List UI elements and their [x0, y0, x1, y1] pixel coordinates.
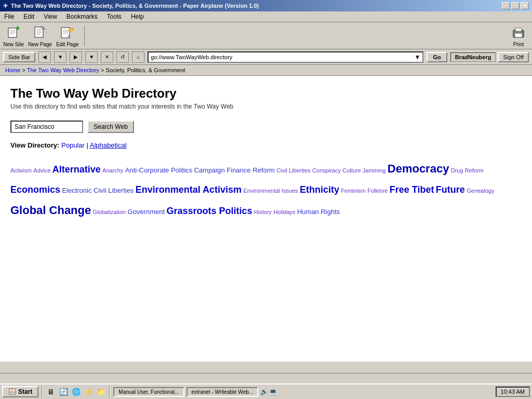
menu-view[interactable]: View — [42, 12, 59, 21]
sidebar-button[interactable]: Side Bar — [3, 52, 35, 62]
nav-bar: Side Bar ◀ ▼ ▶ ▼ ✕ ↺ ⌂ ▼ Go BradNeuberg … — [0, 49, 532, 65]
new-site-label: New Site — [3, 42, 24, 47]
username-display: BradNeuberg — [450, 52, 496, 62]
edit-page-button[interactable]: Edit Page — [56, 24, 78, 47]
breadcrumb-sep2: > — [101, 67, 105, 73]
tag-alternative[interactable]: Alternative — [52, 164, 101, 175]
tag-electronic-civil-liberties[interactable]: Electronic Civil Liberties — [62, 187, 134, 194]
main-content: The Two Way Web Directory Use this direc… — [0, 76, 532, 362]
view-directory: View Directory: Popular | Alphabetical — [10, 141, 522, 149]
close-button[interactable]: ✕ — [521, 2, 529, 9]
breadcrumb-sep1: > — [22, 67, 26, 73]
svg-point-21 — [522, 31, 523, 33]
view-popular-link[interactable]: Popular — [61, 141, 85, 149]
svg-rect-19 — [515, 33, 522, 37]
new-site-icon — [5, 24, 22, 41]
maximize-button[interactable]: □ — [511, 2, 520, 9]
edit-page-icon — [59, 24, 76, 41]
tag-advice[interactable]: Advice — [33, 167, 50, 174]
page-title: The Two Way Web Directory — [10, 86, 522, 101]
page-subtitle: Use this directory to find web sites tha… — [10, 103, 522, 110]
print-icon — [510, 24, 527, 41]
signoff-button[interactable]: Sign Off — [498, 52, 529, 62]
breadcrumb-current: Society, Politics, & Government — [105, 67, 185, 73]
breadcrumb-bar: Home > The Two Way Web Directory > Socie… — [0, 65, 532, 76]
tag-anti-corporate-politics[interactable]: Anti-Corporate Politics — [125, 166, 192, 174]
svg-rect-20 — [515, 28, 522, 31]
back-button[interactable]: ◀ — [38, 51, 51, 63]
stop-button[interactable]: ✕ — [101, 51, 113, 63]
tag-culture-jamming[interactable]: Culture Jamming — [342, 167, 385, 174]
window-title: The Two Way Web Directory - Society, Pol… — [11, 3, 259, 9]
app-icon: ✈ — [3, 3, 8, 9]
menu-edit[interactable]: Edit — [21, 12, 36, 21]
new-page-button[interactable]: New Page — [28, 24, 52, 47]
breadcrumb-home[interactable]: Home — [5, 67, 20, 73]
tag-future[interactable]: Future — [436, 184, 465, 195]
tag-free-tibet[interactable]: Free Tibet — [390, 184, 434, 195]
tag-genealogy[interactable]: Genealogy — [467, 188, 494, 194]
toolbar: New Site New Page Edit P — [0, 22, 532, 49]
title-bar-buttons: ─ □ ✕ — [502, 2, 529, 9]
svg-marker-11 — [42, 26, 45, 29]
print-button[interactable]: Print — [508, 24, 529, 47]
view-directory-label: View Directory: — [10, 141, 59, 149]
forward-dropdown[interactable]: ▼ — [85, 51, 98, 63]
edit-page-label: Edit Page — [56, 42, 78, 47]
tag-global-change[interactable]: Global Change — [10, 204, 91, 217]
tag-civil-liberties[interactable]: Civil Liberties — [276, 167, 310, 174]
svg-rect-0 — [8, 28, 17, 37]
tag-environmental-issues[interactable]: Environmental Issues — [243, 188, 298, 194]
menu-file[interactable]: File — [2, 12, 16, 21]
menu-help[interactable]: Help — [129, 12, 146, 21]
tag-holidays[interactable]: Holidays — [273, 209, 295, 215]
search-input[interactable] — [10, 121, 83, 133]
tag-feminism[interactable]: Feminism — [341, 188, 366, 194]
tag-campaign-finance-reform[interactable]: Campaign Finance Reform — [194, 166, 274, 174]
home-button[interactable]: ⌂ — [132, 51, 144, 63]
go-button[interactable]: Go — [427, 52, 447, 62]
tag-grassroots-politics[interactable]: Grassroots Politics — [166, 206, 252, 216]
menu-bookmarks[interactable]: Bookmarks — [64, 12, 100, 21]
tag-anarchy[interactable]: Anarchy — [102, 167, 123, 174]
tag-conspiracy[interactable]: Conspiracy — [312, 167, 341, 174]
tag-human-rights[interactable]: Human Rights — [297, 208, 340, 216]
new-page-icon — [32, 24, 48, 41]
new-page-label: New Page — [28, 42, 52, 47]
tag-activism[interactable]: Activism — [10, 167, 32, 174]
tag-history[interactable]: History — [254, 209, 272, 215]
new-site-button[interactable]: New Site — [3, 24, 24, 47]
view-separator: | — [86, 141, 88, 149]
toolbar-separator — [84, 25, 85, 46]
title-bar-left: ✈ The Two Way Web Directory - Society, P… — [3, 3, 259, 9]
tags-area: Activism Advice Alternative Anarchy Anti… — [10, 157, 522, 222]
user-area: BradNeuberg Sign Off — [450, 52, 529, 62]
back-dropdown[interactable]: ▼ — [54, 51, 66, 63]
minimize-button[interactable]: ─ — [502, 2, 510, 9]
refresh-button[interactable]: ↺ — [116, 51, 129, 63]
tag-globalization[interactable]: Globalization — [93, 209, 126, 215]
search-area: Search Web — [10, 121, 522, 133]
address-input[interactable] — [151, 54, 414, 60]
address-dropdown-icon[interactable]: ▼ — [415, 54, 421, 61]
menu-bar: File Edit View Bookmarks Tools Help — [0, 11, 532, 22]
tag-economics[interactable]: Economics — [10, 184, 60, 195]
tag-drug-reform[interactable]: Drug Reform — [451, 167, 484, 174]
tag-environmental-activism[interactable]: Environmental Activism — [136, 184, 242, 195]
view-alphabetical-link[interactable]: Alphabetical — [90, 141, 127, 149]
breadcrumb-directory[interactable]: The Two Way Web Directory — [27, 67, 99, 73]
tag-government[interactable]: Government — [128, 208, 165, 216]
forward-button[interactable]: ▶ — [70, 51, 82, 63]
search-button[interactable]: Search Web — [87, 121, 134, 133]
tag-folklore[interactable]: Folklore — [367, 188, 388, 194]
menu-tools[interactable]: Tools — [105, 12, 124, 21]
tag-ethnicity[interactable]: Ethnicity — [300, 184, 339, 195]
tag-democracy[interactable]: Democracy — [388, 162, 449, 175]
title-bar: ✈ The Two Way Web Directory - Society, P… — [0, 0, 532, 11]
print-label: Print — [513, 42, 524, 47]
address-bar: ▼ — [148, 51, 423, 63]
